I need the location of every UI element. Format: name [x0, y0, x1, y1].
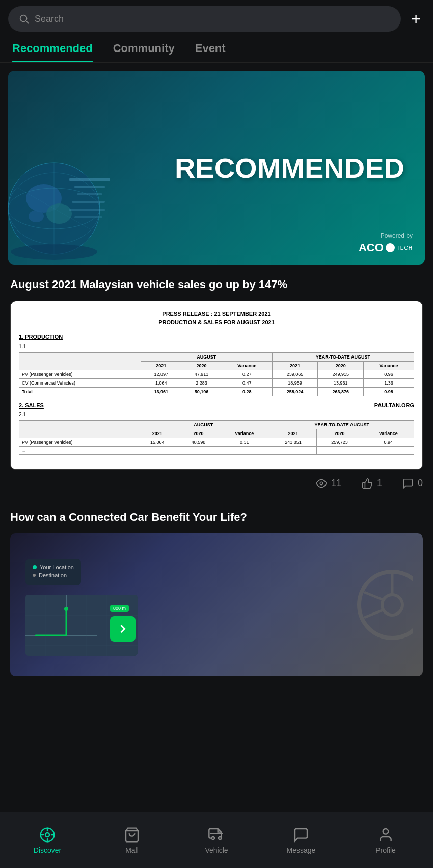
pr-header: PRESS RELEASE : 21 SEPTEMBER 2021 PRODUC…	[19, 310, 414, 327]
svg-point-34	[45, 833, 49, 837]
comment-icon	[402, 478, 414, 489]
car-nav-screen: Your Location Destination	[25, 559, 81, 585]
nav-item-vehicle[interactable]: Vehicle	[174, 822, 259, 859]
stat-likes[interactable]: 1	[362, 478, 382, 489]
search-input-wrap[interactable]: Search	[8, 6, 401, 32]
vehicle-label: Vehicle	[205, 846, 228, 854]
article-2: How can a Connected Car Benefit Your Lif…	[0, 497, 433, 676]
aco-tech-text: TECH	[397, 245, 413, 251]
search-icon	[18, 13, 30, 24]
svg-point-0	[20, 15, 27, 22]
article-1-image[interactable]: PRESS RELEASE : 21 SEPTEMBER 2021 PRODUC…	[10, 301, 423, 470]
nav-item-mall[interactable]: Mall	[90, 822, 174, 859]
nav-distance: 800 m	[110, 605, 129, 612]
svg-rect-14	[77, 193, 102, 195]
hero-banner: RECOMMENDED Powered by ACO TECH	[8, 71, 425, 265]
like-icon	[362, 478, 373, 489]
svg-rect-16	[69, 209, 105, 211]
svg-point-11	[11, 244, 97, 260]
views-icon	[316, 478, 327, 489]
tab-recommended[interactable]: Recommended	[12, 42, 93, 62]
profile-label: Profile	[375, 846, 396, 854]
pr-section1-title: 1. PRODUCTION	[19, 334, 414, 340]
discover-icon	[39, 827, 56, 843]
nav-dot-1	[33, 565, 37, 569]
mall-label: Mall	[125, 846, 139, 854]
svg-point-22	[64, 607, 68, 611]
svg-point-37	[219, 837, 221, 839]
svg-rect-17	[74, 216, 102, 218]
svg-point-29	[382, 595, 402, 615]
nav-dot-2	[33, 574, 36, 577]
views-count: 11	[331, 478, 341, 489]
production-table: AUGUST YEAR-TO-DATE AUGUST 20212020Varia…	[19, 352, 414, 396]
discover-label: Discover	[34, 846, 61, 854]
article-1-stats: 11 1 0	[0, 470, 433, 497]
profile-icon	[377, 827, 394, 843]
article-1-title[interactable]: August 2021 Malaysian vehicle sales go u…	[10, 277, 423, 293]
steering-wheel-decor	[351, 559, 413, 653]
svg-point-6	[29, 210, 44, 222]
add-button[interactable]: +	[407, 8, 425, 31]
tab-community[interactable]: Community	[113, 42, 175, 62]
hero-globe	[8, 127, 125, 260]
aco-text: ACO	[359, 241, 384, 254]
svg-point-28	[359, 572, 413, 638]
tab-event[interactable]: Event	[195, 42, 226, 62]
tabs: Recommended Community Event	[0, 38, 433, 63]
article-1: August 2021 Malaysian vehicle sales go u…	[0, 265, 433, 470]
svg-rect-15	[72, 201, 105, 203]
paultan-label: PAULTAN.ORG	[374, 402, 414, 409]
comments-count: 0	[418, 478, 423, 489]
svg-line-31	[364, 592, 383, 600]
article-2-image[interactable]: Your Location Destination	[10, 533, 423, 676]
svg-rect-12	[69, 178, 110, 181]
nav-line-1: Your Location	[33, 564, 74, 570]
message-label: Message	[287, 846, 316, 854]
svg-point-38	[383, 829, 389, 834]
mall-icon	[124, 827, 140, 843]
svg-point-36	[212, 837, 214, 839]
stat-views: 11	[316, 478, 341, 489]
message-icon	[293, 827, 309, 843]
aco-circle-icon	[386, 243, 395, 252]
hero-powered: Powered by ACO TECH	[359, 232, 413, 254]
svg-line-1	[26, 21, 29, 23]
pr-sub2: 2.1	[19, 412, 414, 417]
search-placeholder: Search	[35, 14, 64, 24]
pr-section2-title: 2. SALES	[19, 402, 44, 409]
stat-comments[interactable]: 0	[402, 478, 423, 489]
svg-line-32	[364, 610, 383, 618]
aco-logo: ACO TECH	[359, 241, 413, 254]
hero-title: RECOMMENDED	[175, 151, 404, 185]
powered-by-label: Powered by	[359, 232, 413, 239]
likes-count: 1	[377, 478, 382, 489]
article-2-title[interactable]: How can a Connected Car Benefit Your Lif…	[10, 509, 423, 525]
nav-arrow-button	[110, 616, 136, 642]
nav-item-discover[interactable]: Discover	[5, 822, 90, 859]
bottom-nav: Discover Mall Vehicle Message	[0, 812, 433, 868]
svg-point-18	[320, 482, 323, 485]
nav-line-2: Destination	[33, 572, 74, 578]
vehicle-icon	[208, 827, 225, 843]
pr-sub1: 1.1	[19, 344, 414, 349]
nav-item-profile[interactable]: Profile	[343, 822, 428, 859]
svg-rect-13	[74, 186, 105, 188]
search-bar: Search +	[0, 0, 433, 38]
nav-item-message[interactable]: Message	[259, 822, 343, 859]
sales-table: AUGUST YEAR-TO-DATE AUGUST 20212020Varia…	[19, 420, 414, 455]
press-release: PRESS RELEASE : 21 SEPTEMBER 2021 PRODUC…	[11, 301, 422, 469]
